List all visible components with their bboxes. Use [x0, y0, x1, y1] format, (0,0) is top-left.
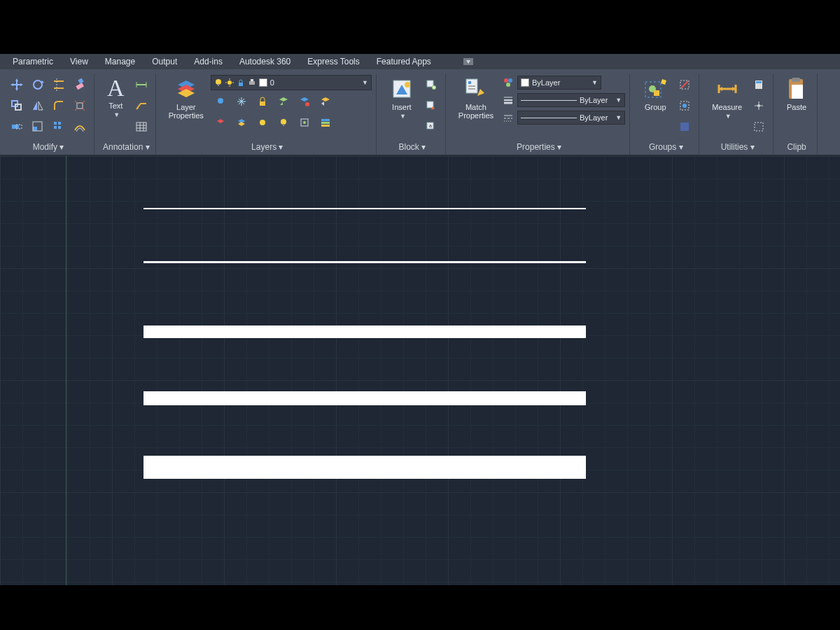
panel-utilities: Measure ▼ Utilities ▾: [702, 74, 774, 155]
insert-button[interactable]: Insert ▼: [384, 75, 420, 121]
select-all-icon[interactable]: [749, 117, 769, 136]
panel-title-annotation[interactable]: Annotation ▾: [97, 141, 155, 155]
tab-output[interactable]: Output: [144, 55, 186, 69]
svg-point-59: [305, 102, 309, 106]
point-style-icon[interactable]: [749, 96, 769, 115]
cad-line[interactable]: [144, 261, 586, 263]
fillet-icon[interactable]: [49, 96, 69, 115]
svg-rect-26: [33, 127, 37, 131]
svg-point-88: [508, 78, 512, 83]
layer-states-icon[interactable]: [316, 113, 335, 132]
offset-icon[interactable]: [70, 117, 90, 136]
cad-line[interactable]: [144, 456, 586, 479]
cad-line[interactable]: [144, 391, 586, 405]
quick-calc-icon[interactable]: [749, 75, 769, 94]
layer-match-icon[interactable]: [295, 92, 314, 111]
color-picker-icon[interactable]: [500, 76, 516, 90]
svg-rect-86: [468, 88, 475, 90]
panel-title-block[interactable]: Block ▾: [379, 141, 445, 155]
svg-line-23: [82, 108, 85, 111]
layer-walk-icon[interactable]: [295, 113, 314, 132]
lineweight-list-icon[interactable]: [500, 93, 516, 107]
svg-line-101: [681, 81, 688, 88]
rotate-icon[interactable]: [28, 75, 48, 94]
panel-groups: Group Groups ▾: [633, 74, 699, 155]
panel-title-groups[interactable]: Groups ▾: [633, 141, 699, 155]
tab-express-tools[interactable]: Express Tools: [299, 55, 368, 69]
layer-properties-button[interactable]: Layer Properties: [163, 75, 209, 121]
chevron-down-icon: ▼: [362, 79, 368, 86]
layer-freeze-icon[interactable]: [232, 92, 251, 111]
drawing-canvas[interactable]: [0, 156, 840, 585]
layer-off-icon[interactable]: [211, 92, 230, 111]
tab-overflow-icon[interactable]: [461, 55, 476, 68]
svg-rect-53: [251, 79, 253, 81]
color-dropdown[interactable]: ByLayer ▼: [517, 76, 601, 90]
create-block-icon[interactable]: [421, 75, 441, 94]
panel-layers: Layer Properties 0 ▼: [159, 74, 377, 155]
group-edit-icon[interactable]: [675, 96, 694, 115]
layer-on-icon[interactable]: [274, 113, 293, 132]
panel-title-modify[interactable]: Modify ▾: [3, 141, 94, 155]
tab-view[interactable]: View: [62, 55, 97, 69]
lineweight-dropdown[interactable]: ByLayer ▼: [517, 93, 625, 107]
sun-icon: [225, 78, 234, 87]
paste-button[interactable]: Paste: [780, 75, 813, 113]
erase-icon[interactable]: [70, 75, 90, 94]
stretch-icon[interactable]: [7, 117, 27, 136]
edit-attribute-icon[interactable]: a: [421, 117, 441, 136]
group-button[interactable]: Group: [637, 75, 673, 113]
panel-title-layers[interactable]: Layers ▾: [159, 141, 376, 155]
layer-isolate-icon[interactable]: [211, 113, 230, 132]
match-properties-button[interactable]: Match Properties: [453, 75, 499, 121]
svg-marker-60: [321, 97, 330, 102]
scale-icon[interactable]: [28, 117, 48, 136]
svg-rect-45: [218, 84, 219, 86]
layer-dropdown[interactable]: 0 ▼: [211, 75, 372, 90]
group-bbox-icon[interactable]: [675, 117, 694, 136]
svg-marker-99: [661, 79, 666, 85]
svg-line-22: [75, 108, 78, 111]
svg-rect-72: [321, 125, 330, 127]
move-icon[interactable]: [7, 75, 27, 94]
svg-text:a: a: [429, 123, 432, 128]
layer-make-current-icon[interactable]: [274, 92, 293, 111]
svg-rect-70: [321, 119, 330, 121]
text-button[interactable]: A Text ▼: [102, 75, 130, 120]
chevron-down-icon: ▼: [400, 113, 406, 120]
tab-autodesk360[interactable]: Autodesk 360: [231, 55, 299, 69]
text-label: Text: [108, 102, 122, 110]
mirror-icon[interactable]: [28, 96, 48, 115]
ungroup-icon[interactable]: [675, 75, 694, 94]
dimension-linear-icon[interactable]: [132, 75, 151, 94]
array-icon[interactable]: [49, 117, 69, 136]
tab-addins[interactable]: Add-ins: [186, 55, 231, 69]
layer-properties-label: Layer Properties: [169, 103, 204, 120]
explode-icon[interactable]: [70, 96, 90, 115]
linetype-list-icon[interactable]: [500, 111, 516, 125]
table-icon[interactable]: [132, 117, 151, 136]
svg-rect-14: [78, 78, 83, 84]
svg-line-21: [82, 101, 85, 104]
layer-lock-icon[interactable]: [253, 92, 272, 111]
layer-previous-icon[interactable]: [316, 92, 335, 111]
layer-unisolate-icon[interactable]: [232, 113, 251, 132]
chevron-down-icon: ▼: [592, 79, 598, 86]
measure-button[interactable]: Measure ▼: [706, 75, 748, 121]
panel-title-utilities[interactable]: Utilities ▾: [702, 141, 773, 155]
edit-block-icon[interactable]: [421, 96, 441, 115]
panel-title-clipboard[interactable]: Clipb: [776, 141, 817, 155]
trim-icon[interactable]: [49, 75, 69, 94]
leader-icon[interactable]: [132, 96, 151, 115]
cad-line[interactable]: [144, 326, 586, 338]
panel-title-properties[interactable]: Properties ▾: [449, 141, 629, 155]
cad-line[interactable]: [144, 208, 586, 209]
svg-rect-117: [792, 78, 800, 82]
tab-parametric[interactable]: Parametric: [4, 55, 62, 69]
linetype-dropdown[interactable]: ByLayer ▼: [517, 111, 625, 125]
copy-icon[interactable]: [7, 96, 27, 115]
panel-modify: Modify ▾: [3, 74, 94, 155]
tab-featured-apps[interactable]: Featured Apps: [368, 55, 440, 69]
tab-manage[interactable]: Manage: [97, 55, 144, 69]
layer-thaw-icon[interactable]: [253, 113, 272, 132]
